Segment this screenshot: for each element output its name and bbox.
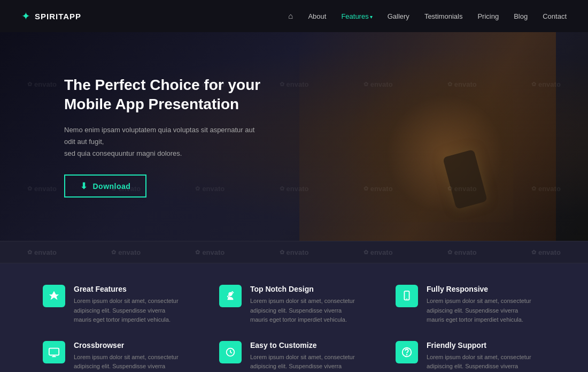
crossbrowser-icon <box>43 341 65 363</box>
hero-phone-image <box>299 32 556 241</box>
feature-item-crossbrowser: Crossbrowser Lorem ipsum dolor sit amet,… <box>43 341 192 372</box>
download-icon: ⬇ <box>80 181 88 191</box>
nav-testimonials[interactable]: Testimonials <box>424 11 463 21</box>
customize-text: Easy to Customize Lorem ipsum dolor sit … <box>250 341 357 372</box>
responsive-icon <box>396 285 418 307</box>
nav-pricing[interactable]: Pricing <box>477 11 499 21</box>
nav-links: ⌂ About Features▾ Gallery Testimonials P… <box>288 11 567 21</box>
feature-item-support: Friendly Support Lorem ipsum dolor sit a… <box>396 341 545 372</box>
features-grid: Great Features Lorem ipsum dolor sit ame… <box>43 285 545 372</box>
feature-item-responsive: Fully Responsive Lorem ipsum dolor sit a… <box>396 285 545 325</box>
nav-gallery[interactable]: Gallery <box>388 11 409 21</box>
crossbrowser-text: Crossbrowser Lorem ipsum dolor sit amet,… <box>74 341 181 372</box>
features-section: Great Features Lorem ipsum dolor sit ame… <box>0 263 588 372</box>
customize-icon <box>219 341 242 363</box>
support-icon <box>396 341 418 363</box>
great-features-icon <box>43 285 65 307</box>
svg-point-10 <box>407 354 407 355</box>
hand-silhouette <box>342 51 513 222</box>
nav-features[interactable]: Features▾ <box>341 11 372 21</box>
hero-content: The Perfect Choice for your Mobile App P… <box>0 75 299 198</box>
watermark-divider-strip: envato envato envato envato envato envat… <box>0 241 588 263</box>
home-icon[interactable]: ⌂ <box>288 11 293 20</box>
responsive-text: Fully Responsive Lorem ipsum dolor sit a… <box>427 285 533 325</box>
hero-section: envato envato envato envato envato envat… <box>0 32 588 241</box>
nav-blog[interactable]: Blog <box>514 11 528 21</box>
nav-about[interactable]: About <box>308 11 326 21</box>
great-features-text: Great Features Lorem ipsum dolor sit ame… <box>74 285 181 325</box>
support-text: Friendly Support Lorem ipsum dolor sit a… <box>427 341 533 372</box>
logo-text: SPIRITAPP <box>35 12 81 21</box>
download-button[interactable]: ⬇ Download <box>64 174 146 198</box>
navbar: ✦ SPIRITAPP ⌂ About Features▾ Gallery Te… <box>0 0 588 32</box>
svg-rect-3 <box>49 348 59 355</box>
feature-item-customize: Easy to Customize Lorem ipsum dolor sit … <box>219 341 369 372</box>
hero-description: Nemo enim ipsam voluptatem quia voluptas… <box>64 124 267 160</box>
feature-item-top-notch: Top Notch Design Lorem ipsum dolor sit a… <box>219 285 369 325</box>
nav-home[interactable]: ⌂ <box>288 11 293 21</box>
nav-contact[interactable]: Contact <box>543 11 567 21</box>
hero-title: The Perfect Choice for your Mobile App P… <box>64 75 299 115</box>
top-notch-icon <box>219 285 242 307</box>
feature-item-great-features: Great Features Lorem ipsum dolor sit ame… <box>43 285 192 325</box>
logo-icon: ✦ <box>21 10 30 22</box>
chevron-down-icon: ▾ <box>370 14 373 20</box>
svg-point-2 <box>406 299 407 300</box>
logo[interactable]: ✦ SPIRITAPP <box>21 10 81 22</box>
top-notch-text: Top Notch Design Lorem ipsum dolor sit a… <box>250 285 357 325</box>
svg-line-8 <box>230 352 232 353</box>
